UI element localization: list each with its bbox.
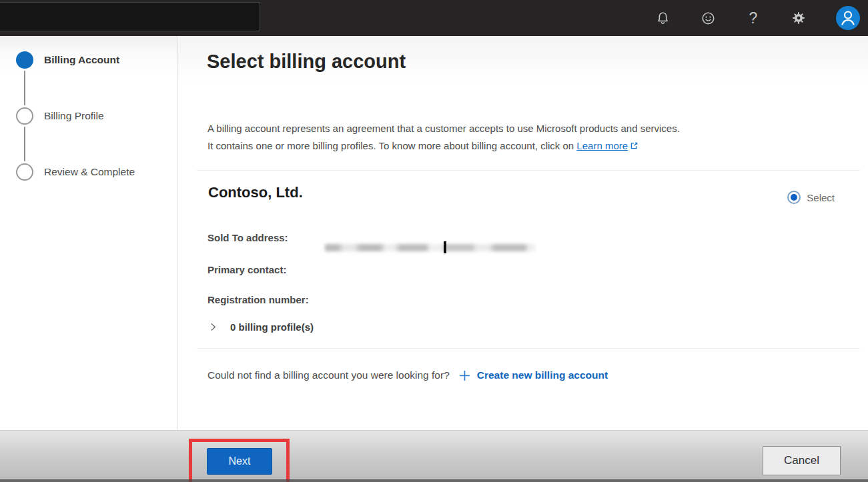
help-question-glyph: ? [749, 11, 758, 26]
wizard-footer-bar: Next Cancel [0, 430, 868, 482]
plus-icon [459, 370, 470, 381]
window-bottom-edge [0, 479, 868, 482]
topbar-icon-group: ? [655, 0, 860, 36]
next-button[interactable]: Next [207, 448, 272, 475]
billing-wizard-window: ? [0, 0, 868, 482]
step-label: Billing Account [44, 54, 119, 66]
sold-to-address-redacted-value [325, 241, 535, 253]
page-title: Select billing account [207, 51, 406, 73]
step-dot-current [16, 51, 33, 69]
wizard-stepper-sidebar: Billing Account Billing Profile Review &… [0, 36, 177, 430]
create-new-billing-account-link[interactable]: Create new billing account [477, 369, 608, 381]
notifications-bell-icon[interactable] [655, 10, 671, 26]
step-dot-upcoming [16, 107, 33, 125]
description-line2: It contains one or more billing profiles… [207, 140, 576, 151]
account-avatar[interactable] [836, 6, 860, 30]
feedback-smiley-icon[interactable] [700, 10, 716, 26]
redacted-search-area [0, 2, 260, 31]
billing-account-name: Contoso, Ltd. [208, 184, 303, 201]
step-label: Review & Complete [44, 166, 135, 178]
billing-profiles-count: 0 billing profile(s) [230, 321, 314, 333]
step-dot-upcoming [16, 163, 33, 181]
help-question-icon[interactable]: ? [745, 10, 761, 26]
not-found-text: Could not find a billing account you wer… [207, 369, 450, 381]
section-divider [197, 170, 860, 171]
redacted-blur [325, 244, 535, 251]
section-divider [197, 348, 860, 349]
description-line1: A billing account represents an agreemen… [207, 123, 680, 134]
primary-contact-label: Primary contact: [207, 264, 286, 275]
account-select-radio-group[interactable]: Select [787, 191, 835, 204]
billing-account-description: A billing account represents an agreemen… [207, 120, 828, 155]
radio-dot [791, 194, 797, 201]
cancel-button[interactable]: Cancel [763, 446, 841, 475]
step-connector [24, 71, 25, 105]
step-review-complete[interactable]: Review & Complete [0, 163, 177, 181]
learn-more-link[interactable]: Learn more [576, 140, 628, 151]
step-label: Billing Profile [44, 110, 104, 122]
external-link-icon [630, 138, 638, 155]
step-connector [24, 127, 25, 161]
registration-number-label: Registration number: [207, 294, 309, 305]
create-account-row: Could not find a billing account you wer… [207, 369, 608, 381]
step-billing-account[interactable]: Billing Account [0, 51, 177, 69]
billing-profiles-expander[interactable]: 0 billing profile(s) [208, 321, 314, 333]
sold-to-address-label: Sold To address: [207, 232, 288, 243]
settings-gear-icon[interactable] [791, 10, 807, 26]
radio-select-label: Select [807, 192, 835, 203]
main-content-pane: Select billing account A billing account… [177, 36, 868, 430]
redacted-bar [444, 241, 446, 253]
chevron-right-icon [208, 322, 218, 332]
top-app-bar: ? [0, 0, 868, 36]
radio-selected-icon[interactable] [787, 191, 801, 204]
step-billing-profile[interactable]: Billing Profile [0, 107, 177, 125]
